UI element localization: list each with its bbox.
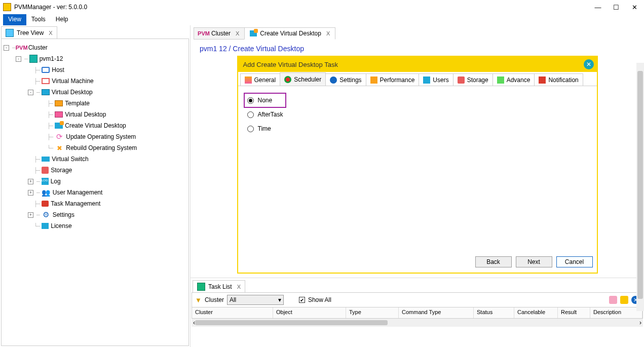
settings-icon: ⚙ — [42, 211, 51, 219]
pvm-icon: PVM — [199, 29, 208, 37]
tab-cluster[interactable]: PVM Cluster X — [194, 27, 245, 40]
minimize-button[interactable]: — — [594, 4, 601, 11]
dtab-advance[interactable]: Advance — [493, 73, 535, 86]
scroll-right-icon[interactable]: › — [639, 319, 641, 326]
vertical-scrollbar[interactable] — [636, 63, 644, 311]
col-status[interactable]: Status — [474, 307, 514, 318]
maximize-button[interactable]: ☐ — [613, 4, 620, 11]
storage-icon — [42, 167, 49, 174]
tree-host[interactable]: ├─ Host — [4, 64, 186, 75]
cancel-button[interactable]: Cancel — [556, 256, 593, 267]
tree-vm[interactable]: ├─ Virtual Machine — [4, 75, 186, 87]
close-tab-icon[interactable]: X — [236, 30, 239, 36]
menu-help[interactable]: Help — [51, 14, 73, 25]
vd-sub-icon — [55, 111, 63, 118]
menu-tools[interactable]: Tools — [26, 14, 51, 25]
task-list-icon — [197, 283, 205, 291]
tree-update-os[interactable]: ├─⟳ Update Operating System — [4, 131, 186, 142]
create-vd-icon — [250, 30, 257, 36]
tree-license[interactable]: └─ License — [4, 220, 186, 232]
dtab-users[interactable]: Users — [419, 73, 453, 86]
tree-view-icon — [6, 29, 14, 37]
dialog-close-button[interactable]: ✕ — [584, 59, 594, 69]
chevron-down-icon: ▾ — [278, 296, 281, 303]
license-icon — [42, 223, 49, 229]
tab-tree-view[interactable]: Tree View X — [1, 26, 57, 38]
filter-label: Cluster — [205, 296, 224, 303]
log-icon — [42, 178, 49, 185]
content-tabs: PVM Cluster X Create Virtual Desktop X — [191, 25, 644, 40]
breadcrumb: pvm1 12 / Create Virtual Desktop — [191, 40, 644, 56]
task-mgmt-icon — [42, 201, 49, 207]
tab-task-list[interactable]: Task List X — [193, 280, 245, 292]
horizontal-scrollbar[interactable]: ‹ › — [192, 319, 643, 327]
tree: - ─ PVM Cluster - ─ pvm1-12 ├─ Host ├─ V… — [1, 38, 189, 346]
save-icon[interactable] — [620, 296, 628, 304]
title-bar: PVMManager - ver: 5.0.0.0 — ☐ ✕ — [0, 0, 644, 14]
col-cancelable[interactable]: Cancelable — [514, 307, 558, 318]
user-mgmt-icon: 👥 — [42, 188, 51, 197]
notification-icon — [539, 76, 546, 84]
pvm-icon: PVM — [17, 44, 26, 52]
erase-icon[interactable] — [609, 296, 617, 304]
close-button[interactable]: ✕ — [631, 4, 638, 11]
dialog-body: None AfterTask Time — [238, 86, 597, 253]
scheduler-icon — [284, 76, 291, 83]
update-icon: ⟳ — [55, 133, 64, 141]
advance-icon — [497, 76, 504, 84]
expand-icon[interactable]: + — [28, 212, 33, 218]
dtab-settings[interactable]: Settings — [325, 73, 366, 86]
tree-log[interactable]: +─ Log — [4, 176, 186, 187]
collapse-icon[interactable]: - — [28, 90, 33, 95]
col-type[interactable]: Type — [346, 307, 399, 318]
tree-rebuild-os[interactable]: └─✖ Rebuild Operating System — [4, 142, 186, 153]
col-cmd[interactable]: Command Type — [399, 307, 474, 318]
tree-virtual-desktop[interactable]: -─ Virtual Desktop — [4, 87, 186, 98]
col-result[interactable]: Result — [558, 307, 590, 318]
virtual-desktop-icon — [42, 89, 50, 95]
back-button[interactable]: Back — [475, 256, 512, 267]
dtab-storage[interactable]: Storage — [453, 73, 493, 86]
col-cluster[interactable]: Cluster — [192, 307, 273, 318]
show-all-checkbox[interactable]: ✔ — [299, 297, 305, 303]
create-vd-icon — [55, 123, 63, 129]
tree-vswitch[interactable]: ├─ Virtual Switch — [4, 153, 186, 165]
radio-icon — [247, 111, 254, 118]
tree-cluster[interactable]: - ─ PVM Cluster — [4, 42, 186, 53]
tree-vd-sub[interactable]: ├─ Virtual Desktop — [4, 109, 186, 120]
tree-create-vd[interactable]: ├─ Create Virtual Desktop — [4, 120, 186, 131]
collapse-icon[interactable]: - — [4, 45, 9, 51]
tree-storage[interactable]: ├─ Storage — [4, 165, 186, 176]
expand-icon[interactable]: + — [28, 190, 33, 196]
tree-settings[interactable]: +─ ⚙ Settings — [4, 209, 186, 220]
close-task-list-icon[interactable]: X — [237, 284, 241, 290]
menu-view[interactable]: View — [3, 14, 26, 25]
radio-none[interactable]: None — [244, 93, 286, 107]
close-tree-view-icon[interactable]: X — [49, 30, 52, 36]
close-tab-icon[interactable]: X — [326, 30, 330, 36]
tree-node[interactable]: - ─ pvm1-12 — [4, 53, 186, 64]
dtab-scheduler[interactable]: Scheduler — [280, 72, 326, 86]
tree-template[interactable]: ├─ Template — [4, 98, 186, 109]
dialog-footer: Back Next Cancel — [238, 253, 597, 273]
radio-aftertask[interactable]: AfterTask — [244, 107, 591, 122]
dialog-add-task: Add Create Virtual Desktop Task ✕ Genera… — [237, 56, 598, 274]
cluster-filter-combo[interactable]: All ▾ — [227, 295, 284, 305]
general-icon — [245, 76, 252, 84]
dtab-notification[interactable]: Notification — [534, 73, 583, 86]
col-object[interactable]: Object — [273, 307, 346, 318]
expand-icon[interactable]: + — [28, 179, 33, 184]
tree-user-mgmt[interactable]: +─ 👥 User Management — [4, 187, 186, 198]
window-title: PVMManager - ver: 5.0.0.0 — [14, 4, 594, 11]
dtab-performance[interactable]: Performance — [366, 73, 420, 86]
col-description[interactable]: Description — [590, 307, 642, 318]
tree-task-mgmt[interactable]: ├─ Task Management — [4, 198, 186, 209]
next-button[interactable]: Next — [516, 256, 552, 267]
window-controls: — ☐ ✕ — [594, 4, 641, 11]
dtab-general[interactable]: General — [240, 73, 281, 86]
radio-time[interactable]: Time — [244, 122, 591, 136]
tree-view-label: Tree View — [17, 29, 44, 36]
collapse-icon[interactable]: - — [16, 56, 21, 62]
tab-create-vd[interactable]: Create Virtual Desktop X — [244, 27, 335, 40]
app-icon — [3, 3, 11, 11]
